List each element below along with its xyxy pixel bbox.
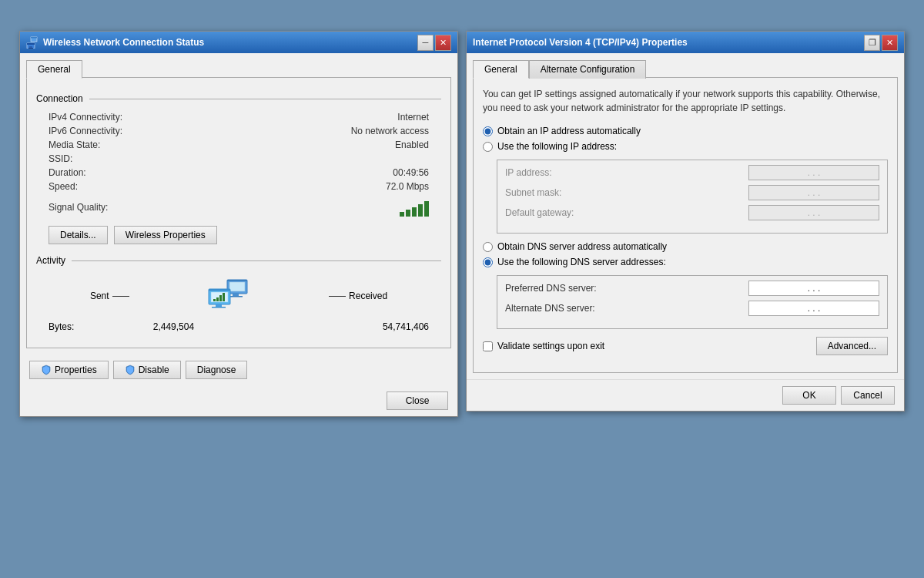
ssid-row: SSID: [36, 152, 441, 166]
close-button-right[interactable]: ✕ [882, 35, 898, 51]
auto-ip-radio[interactable] [483, 126, 493, 136]
manual-dns-radio[interactable] [483, 257, 493, 267]
alternate-dns-input[interactable] [748, 301, 879, 316]
auto-dns-option: Obtain DNS server address automatically [483, 241, 888, 252]
right-tab-content: You can get IP settings assigned automat… [473, 77, 898, 373]
default-gateway-input[interactable] [748, 205, 879, 220]
right-dialog-title: Internet Protocol Version 4 (TCP/IPv4) P… [473, 37, 688, 48]
alternate-dns-row: Alternate DNS server: [505, 301, 879, 316]
dialog-footer-right: OK Cancel [467, 379, 904, 411]
duration-value: 00:49:56 [393, 167, 429, 178]
duration-label: Duration: [49, 167, 86, 178]
manual-ip-radio[interactable] [483, 142, 493, 152]
connection-buttons: Details... Wireless Properties [36, 218, 441, 249]
speed-row: Speed: 72.0 Mbps [36, 180, 441, 193]
footer-buttons: OK Cancel [782, 386, 895, 405]
svg-rect-12 [209, 289, 230, 291]
ip-fieldset: IP address: Subnet mask: Default gateway… [497, 160, 888, 234]
svg-rect-14 [216, 304, 222, 307]
sent-header: Sent [90, 291, 129, 301]
manual-ip-option: Use the following IP address: [483, 141, 888, 152]
minimize-button-left[interactable]: ─ [417, 35, 434, 51]
activity-area: Sent [36, 272, 441, 320]
media-value: Enabled [395, 139, 429, 150]
details-button[interactable]: Details... [49, 226, 108, 244]
bytes-spacer [273, 321, 304, 332]
tab-alternate-config[interactable]: Alternate Configuration [529, 60, 647, 79]
validate-checkbox[interactable] [483, 341, 493, 351]
ip-address-row: IP address: [505, 165, 879, 180]
ipv6-row: IPv6 Connectivity: No network access [36, 124, 441, 138]
ssid-label: SSID: [49, 153, 72, 164]
ipv4-label: IPv4 Connectivity: [49, 112, 122, 123]
title-bar-controls-left: ─ ✕ [417, 35, 451, 51]
svg-rect-5 [31, 37, 37, 39]
received-dash [329, 296, 346, 297]
wireless-properties-button[interactable]: Wireless Properties [114, 226, 217, 244]
title-bar-left-section: Wireless Network Connection Status [26, 36, 204, 49]
bar-5 [424, 201, 429, 217]
auto-dns-radio[interactable] [483, 242, 493, 252]
network-computers-icon [206, 277, 252, 315]
disable-button[interactable]: Disable [113, 361, 181, 379]
preferred-dns-row: Preferred DNS server: [505, 281, 879, 296]
bytes-label: Bytes: [49, 321, 74, 332]
bar-2 [406, 210, 410, 217]
validate-row: Validate settings upon exit Advanced... [483, 337, 888, 355]
preferred-dns-input[interactable] [748, 281, 879, 296]
title-bar-controls-right: ❐ ✕ [864, 35, 898, 51]
media-row: Media State: Enabled [36, 138, 441, 152]
close-button-main[interactable]: Close [387, 391, 448, 410]
manual-dns-label: Use the following DNS server addresses: [497, 257, 666, 267]
left-dialog-title: Wireless Network Connection Status [43, 37, 204, 48]
received-section: Received [329, 291, 387, 301]
speed-label: Speed: [49, 181, 78, 192]
properties-button[interactable]: Properties [29, 361, 109, 379]
alternate-dns-label: Alternate DNS server: [505, 303, 605, 314]
preferred-dns-label: Preferred DNS server: [505, 283, 605, 294]
bar-4 [418, 204, 423, 217]
ipv4-properties-dialog: Internet Protocol Version 4 (TCP/IPv4) P… [466, 31, 905, 412]
computers-svg [206, 277, 252, 315]
bar-1 [400, 212, 404, 217]
svg-rect-15 [212, 307, 226, 308]
auto-ip-label: Obtain an IP address automatically [497, 126, 641, 136]
bytes-received-value: 54,741,406 [383, 321, 429, 332]
subnet-mask-label: Subnet mask: [505, 187, 605, 198]
tab-general-right[interactable]: General [473, 60, 529, 79]
restore-button-right[interactable]: ❐ [864, 35, 880, 51]
svg-rect-18 [219, 295, 222, 301]
svg-rect-8 [229, 282, 245, 291]
svg-rect-1 [27, 43, 35, 45]
ok-button[interactable]: OK [782, 386, 836, 405]
right-dialog-content: General Alternate Configuration You can … [467, 53, 904, 379]
diagnose-button[interactable]: Diagnose [186, 361, 248, 379]
ip-address-input[interactable] [748, 165, 879, 180]
auto-dns-label: Obtain DNS server address automatically [497, 241, 667, 252]
left-dialog-content: General Connection IPv4 Connectivity: In… [20, 53, 457, 355]
subnet-mask-input[interactable] [748, 185, 879, 200]
media-label: Media State: [49, 139, 100, 150]
bottom-buttons-left: Properties Disable Diagnose [20, 355, 457, 385]
connection-label: Connection [36, 93, 83, 104]
svg-rect-10 [229, 296, 243, 297]
signal-quality-row: Signal Quality: [36, 197, 441, 218]
ipv6-value: No network access [351, 126, 429, 136]
wireless-status-dialog: Wireless Network Connection Status ─ ✕ G… [19, 31, 458, 417]
signal-bars [400, 198, 429, 217]
subnet-mask-row: Subnet mask: [505, 185, 879, 200]
activity-label: Activity [36, 255, 65, 266]
ip-address-label: IP address: [505, 167, 605, 178]
cancel-button[interactable]: Cancel [841, 386, 895, 405]
tab-general-left[interactable]: General [26, 60, 82, 79]
shield-icon-properties [41, 365, 52, 375]
left-tab-strip: General [26, 59, 451, 78]
svg-rect-16 [213, 299, 216, 301]
connection-section-header: Connection [36, 93, 441, 104]
shield-icon-disable [125, 365, 136, 375]
title-bar-right: Internet Protocol Version 4 (TCP/IPv4) P… [467, 32, 904, 53]
ipv4-row: IPv4 Connectivity: Internet [36, 110, 441, 124]
advanced-button[interactable]: Advanced... [816, 337, 888, 355]
close-button-left[interactable]: ✕ [435, 35, 451, 51]
activity-section-header: Activity [36, 255, 441, 266]
